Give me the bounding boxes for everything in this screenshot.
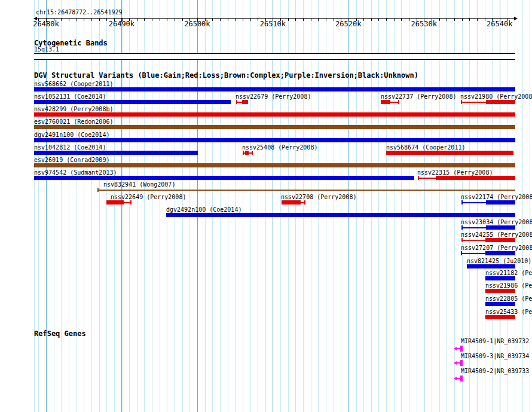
ruler-tick xyxy=(485,19,485,21)
grid-line xyxy=(401,0,402,412)
variant-whisker-line[interactable] xyxy=(461,227,486,228)
ruler-tick xyxy=(91,19,92,21)
variant-label: nsv428299 (Perry2008b) xyxy=(34,106,113,112)
variant-bar[interactable] xyxy=(34,112,515,117)
variant-whisker-line[interactable] xyxy=(124,202,130,203)
variant-bar[interactable] xyxy=(485,315,515,319)
ruler-tick xyxy=(378,19,379,21)
variant-bar[interactable] xyxy=(34,138,515,142)
ruler-tick xyxy=(160,19,160,21)
grid-line xyxy=(160,0,160,412)
grid-line xyxy=(84,0,84,412)
variant-whisker-cap xyxy=(243,151,244,155)
ruler-tick xyxy=(295,19,296,21)
variant-whisker-line[interactable] xyxy=(418,178,436,179)
grid-line xyxy=(326,0,326,412)
variant-bar[interactable] xyxy=(34,151,198,155)
variant-label: nssv25408 (Perry2008) xyxy=(242,145,317,151)
gene-glyph[interactable] xyxy=(454,360,463,366)
variant-label: nssv22737 (Perry2008) xyxy=(381,94,456,100)
ruler-axis-line xyxy=(37,18,514,19)
variant-bar[interactable] xyxy=(386,151,513,155)
grid-line xyxy=(99,0,100,412)
variant-label: nssv22174 (Perry2008 xyxy=(461,194,532,200)
variant-bar[interactable] xyxy=(34,163,515,167)
variant-bar[interactable] xyxy=(485,251,515,255)
ruler-tick xyxy=(175,19,175,21)
variant-label: nsv1042812 (Coe2014) xyxy=(34,145,106,151)
variant-bar[interactable] xyxy=(485,276,515,280)
grid-line xyxy=(91,0,92,412)
variant-whisker-cap xyxy=(97,188,99,192)
variant-whisker-cap xyxy=(252,151,253,155)
ruler-tick-label: 26530k xyxy=(411,21,437,28)
grid-line xyxy=(432,0,432,412)
variant-label: nsv821425 (Ju2010) xyxy=(467,258,531,264)
variant-label: nssv22315 (Perry2008) xyxy=(417,170,493,176)
variant-bar[interactable] xyxy=(242,100,248,104)
variant-label: nssv21986 (Pe xyxy=(485,283,532,289)
variant-label: nssv22679 (Perry2008) xyxy=(236,94,311,100)
variant-bar[interactable] xyxy=(486,200,515,205)
variant-bar[interactable] xyxy=(166,213,515,217)
variant-whisker-line[interactable] xyxy=(461,240,485,241)
dgv-track-title: DGV Structural Variants (Blue:Gain;Red:L… xyxy=(34,72,418,79)
ruler-tick xyxy=(318,19,319,21)
grid-line xyxy=(409,0,409,412)
variant-whisker-cap xyxy=(461,200,463,205)
gene-glyph[interactable] xyxy=(454,346,463,352)
ruler-tick-label: 26480k xyxy=(33,21,59,28)
variant-whisker-cap xyxy=(461,100,462,104)
variant-whisker-line[interactable] xyxy=(97,190,515,191)
variant-whisker-cap xyxy=(130,200,132,205)
ruler-tick xyxy=(106,19,107,21)
grid-line-major xyxy=(121,0,122,412)
variant-whisker-line[interactable] xyxy=(390,102,398,103)
variant-bar[interactable] xyxy=(34,87,515,91)
variant-whisker-line[interactable] xyxy=(461,253,485,254)
variant-label: dgv2491n100 (Coe2014) xyxy=(34,132,109,138)
variant-bar[interactable] xyxy=(381,100,390,104)
variant-bar[interactable] xyxy=(467,264,515,268)
variant-whisker-cap xyxy=(461,251,462,255)
variant-bar[interactable] xyxy=(485,302,515,306)
variant-bar[interactable] xyxy=(485,238,515,242)
variant-bar[interactable] xyxy=(486,225,515,230)
ruler-tick xyxy=(371,19,372,21)
variant-bar[interactable] xyxy=(108,200,124,205)
region-coordinates-label: chr15:26478772..26541929 xyxy=(36,9,123,16)
ruler-tick xyxy=(401,19,402,21)
variant-label: nssv21980 (Perry2008 xyxy=(460,94,532,100)
variant-bar[interactable] xyxy=(34,176,414,180)
grid-line xyxy=(507,0,507,412)
variant-bar[interactable] xyxy=(485,289,515,293)
cytogenetic-band-box[interactable] xyxy=(34,53,515,60)
grid-line xyxy=(280,0,281,412)
ruler-tick xyxy=(220,19,221,21)
gene-label: MIR4509-3|NR_039734 xyxy=(461,353,529,359)
variant-bar[interactable] xyxy=(34,125,515,129)
ruler-tick xyxy=(311,19,311,21)
grid-line xyxy=(447,0,447,412)
variant-bar[interactable] xyxy=(245,151,249,155)
variant-label: nssv24255 (Perry2008 xyxy=(461,232,532,238)
ruler-tick-label: 26490k xyxy=(109,21,134,28)
variant-whisker-line[interactable] xyxy=(461,202,486,203)
variant-label: nssv25433 (Pe xyxy=(485,309,532,315)
variant-bar[interactable] xyxy=(34,100,231,104)
ruler-tick xyxy=(61,19,62,21)
ruler-tick xyxy=(99,19,100,21)
gene-glyph[interactable] xyxy=(454,376,463,382)
gene-exon-block xyxy=(460,346,463,352)
ruler-tick-label: 26510k xyxy=(260,21,286,28)
variant-bar[interactable] xyxy=(436,176,515,180)
variant-bar[interactable] xyxy=(486,100,515,104)
variant-bar[interactable] xyxy=(282,200,301,205)
grid-line xyxy=(311,0,311,412)
grid-line xyxy=(152,0,152,412)
ruler-tick xyxy=(303,19,304,21)
variant-whisker-line[interactable] xyxy=(461,102,486,103)
gene-exon-block xyxy=(460,360,463,366)
variant-label: nssv23034 (Perry2008 xyxy=(461,219,532,225)
ruler-tick xyxy=(84,19,84,21)
